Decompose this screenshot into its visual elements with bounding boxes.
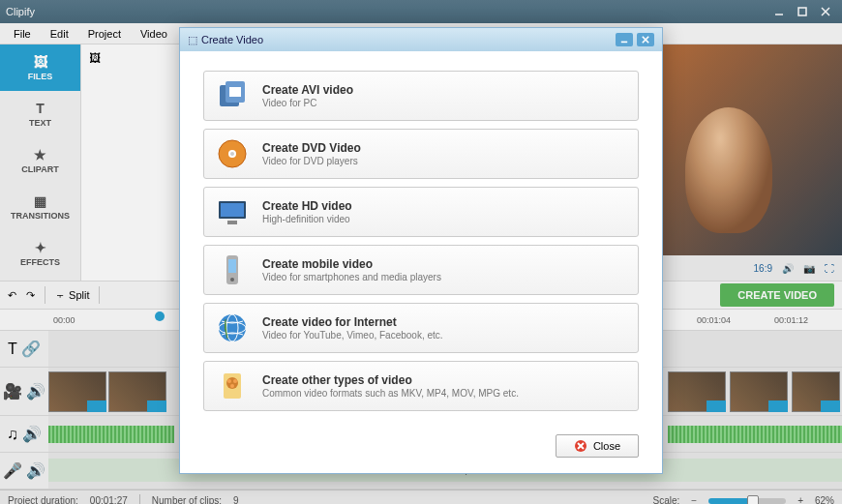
dialog-minimize-button[interactable]: [616, 33, 633, 46]
dialog-close-button[interactable]: [637, 33, 654, 46]
film-icon: [216, 370, 249, 402]
hd-icon: [216, 195, 249, 228]
close-button[interactable]: Close: [556, 434, 639, 458]
globe-icon: [216, 311, 249, 344]
svg-point-26: [233, 379, 237, 383]
svg-point-25: [227, 379, 231, 383]
svg-rect-18: [228, 259, 236, 273]
modal-overlay: ⬚ Create Video Create AVI videoVideo for…: [0, 0, 842, 504]
dialog-title: Create Video: [201, 34, 263, 45]
dialog-titlebar: ⬚ Create Video: [180, 28, 662, 51]
option-hd[interactable]: Create HD videoHigh-definition video: [203, 187, 639, 237]
option-dvd[interactable]: Create DVD VideoVideo for DVD players: [203, 129, 639, 179]
svg-point-19: [230, 278, 234, 282]
option-mobile[interactable]: Create mobile videoVideo for smartphones…: [203, 245, 639, 295]
option-avi[interactable]: Create AVI videoVideo for PC: [203, 71, 639, 121]
svg-point-27: [230, 384, 234, 388]
create-video-dialog: ⬚ Create Video Create AVI videoVideo for…: [179, 27, 663, 474]
svg-rect-16: [227, 221, 237, 224]
svg-point-20: [219, 314, 246, 341]
mobile-icon: [216, 253, 249, 286]
svg-rect-15: [221, 203, 244, 217]
dialog-body: Create AVI videoVideo for PC Create DVD …: [180, 51, 662, 427]
svg-point-13: [230, 152, 234, 156]
dvd-icon: [216, 137, 249, 170]
svg-rect-9: [229, 87, 241, 97]
avi-icon: [216, 79, 249, 112]
option-other[interactable]: Create other types of videoCommon video …: [203, 361, 639, 411]
close-icon: [574, 439, 587, 453]
option-internet[interactable]: Create video for InternetVideo for YouTu…: [203, 303, 639, 353]
